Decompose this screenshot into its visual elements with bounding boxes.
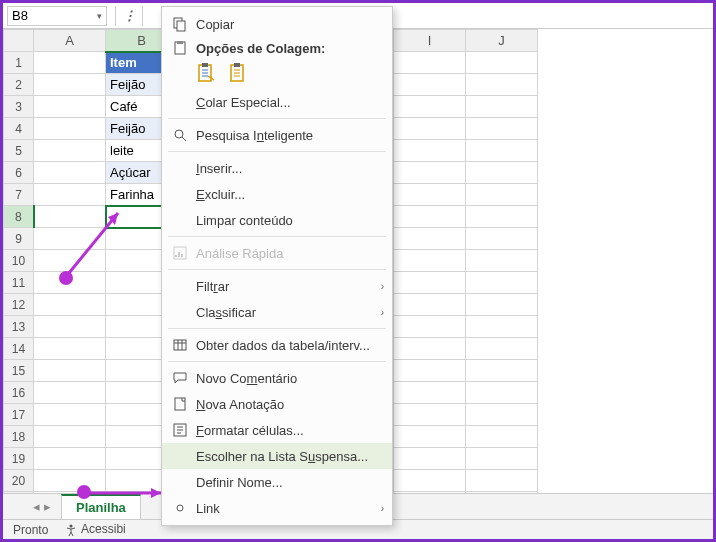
cell[interactable]: [394, 96, 466, 118]
select-all-corner[interactable]: [4, 30, 34, 52]
cell[interactable]: [34, 470, 106, 492]
cell[interactable]: [394, 404, 466, 426]
cell[interactable]: [394, 74, 466, 96]
cell[interactable]: [34, 316, 106, 338]
row-header[interactable]: 10: [4, 250, 34, 272]
cell[interactable]: [34, 206, 106, 228]
cell[interactable]: [394, 448, 466, 470]
cell[interactable]: [394, 206, 466, 228]
cell[interactable]: [34, 140, 106, 162]
cell[interactable]: [394, 228, 466, 250]
cell[interactable]: [394, 52, 466, 74]
row-header[interactable]: 2: [4, 74, 34, 96]
cell[interactable]: [34, 338, 106, 360]
cell[interactable]: [466, 382, 538, 404]
menu-clear[interactable]: Limpar conteúdo: [162, 207, 392, 233]
cell[interactable]: [394, 140, 466, 162]
cell[interactable]: [466, 206, 538, 228]
row-header[interactable]: 8: [4, 206, 34, 228]
col-header[interactable]: J: [466, 30, 538, 52]
cell[interactable]: [394, 382, 466, 404]
cell[interactable]: [34, 382, 106, 404]
row-header[interactable]: 20: [4, 470, 34, 492]
paste-option-default[interactable]: [196, 62, 218, 87]
prev-sheet-button[interactable]: ◂: [33, 499, 40, 514]
menu-sort[interactable]: Classificar›: [162, 299, 392, 325]
row-header[interactable]: 9: [4, 228, 34, 250]
cell[interactable]: [34, 74, 106, 96]
menu-get-data[interactable]: Obter dados da tabela/interv...: [162, 332, 392, 358]
menu-delete[interactable]: Excluir...: [162, 181, 392, 207]
cell[interactable]: [34, 228, 106, 250]
row-header[interactable]: 19: [4, 448, 34, 470]
cell[interactable]: [34, 250, 106, 272]
cell[interactable]: [466, 74, 538, 96]
cell[interactable]: [466, 272, 538, 294]
menu-smart-lookup[interactable]: Pesquisa Inteligente: [162, 122, 392, 148]
cell[interactable]: [466, 448, 538, 470]
cell[interactable]: [34, 118, 106, 140]
row-header[interactable]: 14: [4, 338, 34, 360]
cell[interactable]: [394, 338, 466, 360]
cell[interactable]: [466, 250, 538, 272]
cell[interactable]: [466, 228, 538, 250]
menu-new-comment[interactable]: Novo Comentário: [162, 365, 392, 391]
cell[interactable]: [394, 470, 466, 492]
paste-option-values[interactable]: [228, 62, 250, 87]
cell[interactable]: [466, 470, 538, 492]
cell[interactable]: [394, 184, 466, 206]
cell[interactable]: [466, 162, 538, 184]
cell[interactable]: [466, 426, 538, 448]
cell[interactable]: [466, 404, 538, 426]
menu-link[interactable]: Link›: [162, 495, 392, 521]
cell[interactable]: [34, 294, 106, 316]
cell[interactable]: [394, 272, 466, 294]
cell[interactable]: [34, 448, 106, 470]
row-header[interactable]: 12: [4, 294, 34, 316]
cell[interactable]: [394, 360, 466, 382]
cell[interactable]: [394, 316, 466, 338]
cell[interactable]: [466, 316, 538, 338]
sheet-tab-active[interactable]: Planilha: [61, 494, 141, 519]
cell[interactable]: [34, 404, 106, 426]
menu-pick-from-list[interactable]: Escolher na Lista Suspensa...: [162, 443, 392, 469]
cell[interactable]: [394, 294, 466, 316]
cell[interactable]: [394, 250, 466, 272]
cell[interactable]: [466, 294, 538, 316]
row-header[interactable]: 16: [4, 382, 34, 404]
menu-copy[interactable]: Copiar: [162, 11, 392, 37]
menu-paste-special[interactable]: Colar Especial...: [162, 89, 392, 115]
row-header[interactable]: 11: [4, 272, 34, 294]
row-header[interactable]: 15: [4, 360, 34, 382]
row-header[interactable]: 4: [4, 118, 34, 140]
cell[interactable]: [394, 118, 466, 140]
cell[interactable]: [466, 338, 538, 360]
col-header[interactable]: I: [394, 30, 466, 52]
cell[interactable]: [466, 118, 538, 140]
row-header[interactable]: 7: [4, 184, 34, 206]
col-header[interactable]: A: [34, 30, 106, 52]
name-box-input[interactable]: [12, 8, 72, 23]
cell[interactable]: [34, 360, 106, 382]
cell[interactable]: [34, 426, 106, 448]
cell[interactable]: [34, 184, 106, 206]
cell[interactable]: [466, 184, 538, 206]
menu-format-cells[interactable]: Formatar células...: [162, 417, 392, 443]
cell[interactable]: [466, 96, 538, 118]
next-sheet-button[interactable]: ▸: [44, 499, 51, 514]
cell[interactable]: [34, 96, 106, 118]
accessibility-check[interactable]: Acessibi: [64, 522, 125, 537]
menu-new-note[interactable]: Nova Anotação: [162, 391, 392, 417]
row-header[interactable]: 1: [4, 52, 34, 74]
menu-define-name[interactable]: Definir Nome...: [162, 469, 392, 495]
cell[interactable]: [394, 162, 466, 184]
row-header[interactable]: 3: [4, 96, 34, 118]
row-header[interactable]: 5: [4, 140, 34, 162]
row-header[interactable]: 6: [4, 162, 34, 184]
row-header[interactable]: 17: [4, 404, 34, 426]
cell[interactable]: [34, 162, 106, 184]
fx-button[interactable]: ⋮: [120, 7, 138, 25]
menu-filter[interactable]: Filtrar›: [162, 273, 392, 299]
name-box[interactable]: ▾: [7, 6, 107, 26]
cell[interactable]: [466, 52, 538, 74]
